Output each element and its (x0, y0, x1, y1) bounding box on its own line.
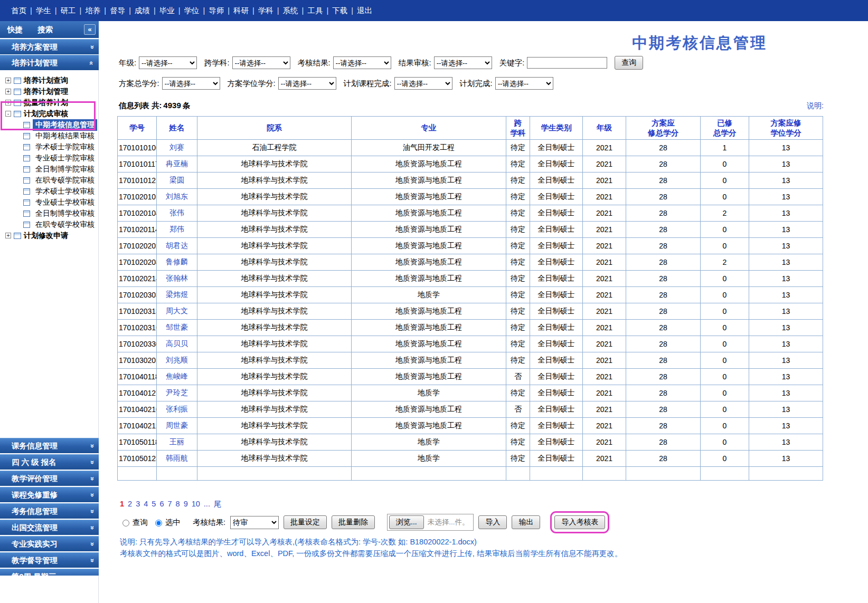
student-name-link[interactable]: 邹世豪 (157, 320, 197, 336)
student-name-link[interactable]: 张翰林 (157, 271, 197, 287)
filter-select[interactable]: --请选择-- (162, 77, 220, 90)
radio-selected-input[interactable] (155, 520, 162, 527)
student-name-link[interactable]: 郑伟 (157, 222, 197, 238)
filter-select[interactable]: --请选择-- (232, 56, 290, 69)
tree-leaf-label[interactable]: 学术硕士学院审核 (33, 141, 97, 153)
filter-select[interactable]: --请选择-- (434, 56, 492, 69)
sidebar-group-8[interactable]: 教学督导管理« (0, 552, 99, 568)
quick-tab[interactable]: 快捷 (7, 25, 23, 35)
tree-leaf-4[interactable]: 专业硕士学院审核 (0, 152, 99, 164)
student-name-link[interactable]: 鲁修麟 (157, 254, 197, 271)
tree-branch-2[interactable]: +培养计划管理 (0, 86, 99, 97)
sidebar-group-plan-mgmt[interactable]: 培养计划管理 « (0, 55, 99, 70)
tree-leaf-label[interactable]: 中期考核结果审核 (33, 130, 97, 142)
filter-select[interactable]: --请选择-- (333, 56, 391, 69)
student-name-link[interactable]: 梁炜煜 (157, 287, 197, 303)
nav-item-15[interactable]: 退出 (353, 6, 376, 16)
tree-branch-label[interactable]: 计划完成审核 (24, 109, 68, 119)
tree-leaf-label[interactable]: 全日制博学院审核 (33, 164, 97, 175)
filter-select[interactable]: --请选择-- (394, 77, 452, 90)
import-button[interactable]: 导入 (478, 515, 507, 529)
nav-item-14[interactable]: 下载 (328, 6, 351, 16)
student-name-link[interactable]: 冉亚楠 (157, 156, 197, 173)
nav-item-8[interactable]: 学位 (180, 6, 203, 16)
student-name-link[interactable]: 周世豪 (157, 418, 197, 434)
tree-branch-3[interactable]: +批量培养计划 (0, 97, 99, 108)
student-name-link[interactable]: 胡君达 (157, 238, 197, 254)
expand-plus-icon[interactable]: + (5, 233, 11, 238)
page-link-3[interactable]: 3 (136, 500, 140, 508)
nav-item-5[interactable]: 督导 (106, 6, 129, 16)
sidebar-group-scheme-mgmt[interactable]: 培养方案管理 « (0, 39, 99, 54)
page-link-2[interactable]: 2 (128, 500, 132, 508)
tree-leaf-label[interactable]: 专业硕士学校审核 (33, 197, 97, 208)
student-name-link[interactable]: 周大文 (157, 303, 197, 320)
nav-item-9[interactable]: 导师 (205, 6, 228, 16)
review-result-select[interactable]: 待审 (230, 516, 279, 529)
nav-item-4[interactable]: 培养 (81, 6, 104, 16)
expand-plus-icon[interactable]: + (5, 78, 11, 83)
page-link-6[interactable]: 6 (159, 500, 164, 508)
student-name-link[interactable]: 韩雨航 (157, 451, 197, 467)
collapse-sidebar-icon[interactable]: « (84, 24, 96, 35)
sidebar-group-1[interactable]: 课务信息管理« (0, 438, 99, 453)
page-link-4[interactable]: 4 (144, 500, 148, 508)
tree-branch-label[interactable]: 培养计划管理 (24, 87, 68, 97)
nav-item-10[interactable]: 科研 (230, 6, 252, 16)
tree-leaf-2[interactable]: 中期考核结果审核 (0, 130, 99, 141)
radio-selected[interactable]: 选中 (153, 518, 181, 528)
filter-select[interactable]: --请选择-- (278, 77, 336, 90)
tree-leaf-label[interactable]: 全日制博学校审核 (33, 208, 97, 219)
batch-delete-button[interactable]: 批量删除 (332, 515, 375, 529)
nav-item-1[interactable]: 首页 (7, 6, 30, 16)
nav-item-11[interactable]: 学科 (254, 6, 277, 16)
tree-leaf-6[interactable]: 在职专硕学院审核 (0, 175, 99, 186)
collapse-minus-icon[interactable]: - (5, 111, 11, 117)
search-tab[interactable]: 搜索 (37, 25, 53, 35)
tree-branch-label[interactable]: 培养计划查询 (24, 76, 68, 85)
tree-leaf-label[interactable]: 在职专硕学院审核 (33, 175, 97, 186)
batch-set-button[interactable]: 批量设定 (284, 515, 327, 529)
export-button[interactable]: 输出 (512, 515, 540, 529)
help-link[interactable]: 说明: (807, 101, 824, 111)
sidebar-group-6[interactable]: 出国交流管理« (0, 520, 99, 535)
nav-item-3[interactable]: 研工 (57, 6, 80, 16)
filter-select[interactable]: --请选择-- (495, 77, 553, 90)
nav-item-7[interactable]: 毕业 (156, 6, 178, 16)
expand-plus-icon[interactable]: + (5, 89, 11, 94)
sidebar-group-4[interactable]: 课程免修重修« (0, 487, 99, 502)
sidebar-group-2[interactable]: 四 六 级 报名« (0, 454, 99, 470)
student-name-link[interactable]: 刘兆顺 (157, 352, 197, 369)
sidebar-group-7[interactable]: 专业实践实习« (0, 536, 99, 551)
tree-leaf-5[interactable]: 全日制博学院审核 (0, 164, 99, 175)
tree-leaf-label[interactable]: 学术硕士学校审核 (33, 186, 97, 197)
page-link-7[interactable]: 7 (167, 500, 172, 508)
page-link-8[interactable]: 8 (176, 500, 180, 508)
page-link-9[interactable]: 9 (184, 500, 188, 508)
import-assessment-form-button[interactable]: 导入考核表 (554, 515, 605, 529)
tree-leaf-9[interactable]: 全日制博学校审核 (0, 208, 99, 219)
tree-leaf-3[interactable]: 学术硕士学院审核 (0, 141, 99, 152)
page-link-10[interactable]: 10 (192, 500, 200, 508)
tree-leaf-1[interactable]: 中期考核信息管理 (0, 119, 99, 130)
tree-branch-5[interactable]: +计划修改申请 (0, 230, 99, 241)
filter-select[interactable]: --请选择-- (139, 56, 197, 69)
radio-query[interactable]: 查询 (120, 518, 148, 528)
page-link-5[interactable]: 5 (152, 500, 156, 508)
expand-plus-icon[interactable]: + (5, 100, 11, 106)
tree-branch-4[interactable]: -计划完成审核 (0, 108, 99, 119)
nav-item-6[interactable]: 成绩 (131, 6, 154, 16)
sidebar-group-3[interactable]: 教学评价管理« (0, 471, 99, 486)
student-name-link[interactable]: 梁圆 (157, 173, 197, 189)
student-name-link[interactable]: 尹玲芝 (157, 385, 197, 401)
student-name-link[interactable]: 张伟 (157, 205, 197, 222)
tree-leaf-10[interactable]: 在职专硕学校审核 (0, 219, 99, 230)
student-name-link[interactable]: 高贝贝 (157, 336, 197, 352)
tree-leaf-8[interactable]: 专业硕士学校审核 (0, 197, 99, 208)
search-button[interactable]: 查询 (615, 56, 643, 70)
student-name-link[interactable]: 刘旭东 (157, 189, 197, 205)
student-name-link[interactable]: 张利振 (157, 401, 197, 418)
student-name-link[interactable]: 王丽 (157, 434, 197, 451)
nav-item-13[interactable]: 工具 (304, 6, 326, 16)
tree-leaf-label[interactable]: 专业硕士学院审核 (33, 152, 97, 164)
